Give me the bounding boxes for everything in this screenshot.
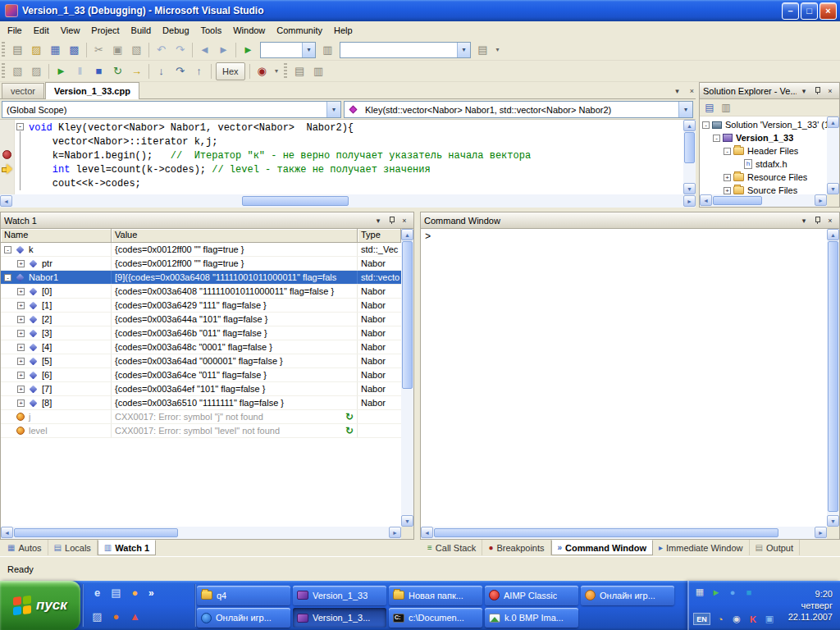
open-file-icon[interactable]: ▨ xyxy=(27,41,46,59)
quick-launch-ie-icon[interactable]: e xyxy=(90,586,104,600)
watch-row-7[interactable]: +[7]{codes=0x003a64ef "101" flag=false }… xyxy=(1,382,401,396)
scroll-up-icon[interactable]: ▲ xyxy=(827,116,839,128)
scroll-left-icon[interactable]: ◄ xyxy=(1,527,13,538)
dropdown-arrow-icon[interactable]: ▾ xyxy=(678,102,692,117)
expand-icon[interactable]: + xyxy=(17,399,25,407)
collapse-icon[interactable]: - xyxy=(4,246,11,253)
taskbar-button-item[interactable]: Онлайн игр... xyxy=(197,608,290,628)
show-all-files-icon[interactable]: ▥ xyxy=(718,100,734,116)
taskbar-clock[interactable]: 9:20 четверг 22.11.2007 xyxy=(776,581,840,630)
tree-item-resource-files[interactable]: +Resource Files xyxy=(700,171,827,184)
expand-icon[interactable]: + xyxy=(17,344,25,351)
watch-row-6[interactable]: +[6]{codes=0x003a64ce "011" flag=false }… xyxy=(1,368,401,382)
scroll-up-icon[interactable]: ▲ xyxy=(827,229,839,240)
se-vscroll[interactable]: ▲ ▼ xyxy=(827,116,839,194)
expand-icon[interactable]: + xyxy=(17,316,25,323)
navigate-forward-icon[interactable]: ► xyxy=(214,41,233,59)
close-button[interactable]: × xyxy=(819,2,837,20)
debug-windows-dropdown[interactable]: ▾ xyxy=(272,62,282,80)
code-line[interactable]: vector<Nabor>::iterator k,j; xyxy=(29,135,531,149)
scrollbar-thumb[interactable] xyxy=(684,132,695,163)
scroll-down-icon[interactable]: ▼ xyxy=(827,183,839,194)
expand-icon[interactable]: + xyxy=(17,330,25,337)
scroll-left-icon[interactable]: ◄ xyxy=(421,527,433,538)
tray-network-icon[interactable]: ■ xyxy=(742,586,756,599)
indicator-margin[interactable] xyxy=(0,120,15,194)
watch-column-type[interactable]: Type xyxy=(358,229,401,243)
cmd-hscroll[interactable]: ◄ ► xyxy=(421,527,827,539)
tree-item-header-files[interactable]: -Header Files xyxy=(700,144,827,158)
scroll-right-icon[interactable]: ► xyxy=(389,527,401,538)
breakpoints-window-icon[interactable]: ◉ xyxy=(253,62,272,80)
menu-help[interactable]: Help xyxy=(328,23,358,38)
scroll-down-icon[interactable]: ▼ xyxy=(683,183,696,194)
scroll-left-icon[interactable]: ◄ xyxy=(0,195,12,207)
scroll-right-icon[interactable]: ► xyxy=(815,527,827,538)
window-position-icon[interactable]: ▾ xyxy=(372,215,384,226)
close-panel-icon[interactable]: × xyxy=(824,85,836,97)
language-indicator[interactable]: EN xyxy=(693,613,710,625)
watch-row-1[interactable]: +[1]{codes=0x003a6429 "111" flag=false }… xyxy=(1,299,401,313)
immediate-window-icon[interactable]: ▥ xyxy=(309,62,328,80)
start-debug-icon[interactable]: ► xyxy=(239,41,258,59)
auto-hide-pin-icon[interactable] xyxy=(386,215,397,226)
refresh-icon[interactable]: ↻ xyxy=(345,411,354,422)
tree-item-version-1-33[interactable]: -Version_1_33 xyxy=(700,131,827,144)
scope-dropdown[interactable]: (Global Scope) ▾ xyxy=(2,101,341,118)
taskbar-button-item[interactable]: Онлайн игр... xyxy=(581,586,674,605)
title-bar[interactable]: Version_1_33 (Debugging) - Microsoft Vis… xyxy=(0,0,840,21)
fold-minus-icon[interactable]: - xyxy=(16,123,24,130)
panel-tab-autos[interactable]: ▦Autos xyxy=(2,540,48,555)
scroll-left-icon[interactable]: ◄ xyxy=(700,194,712,206)
auto-hide-pin-icon[interactable] xyxy=(811,85,823,97)
se-hscroll[interactable]: ◄ ► xyxy=(700,194,827,207)
code-line[interactable]: void Kley(vector<Nabor> Nabor1, vector<N… xyxy=(29,121,531,135)
dropdown-arrow-icon[interactable]: ▾ xyxy=(326,102,340,117)
start-button[interactable]: пуск xyxy=(0,581,80,630)
tray-messenger-icon[interactable]: ● xyxy=(726,586,739,599)
step-into-icon[interactable]: ↓ xyxy=(152,62,171,80)
taskbar-button-aimp-classic[interactable]: AIMP Classic xyxy=(485,586,578,605)
expand-icon[interactable]: + xyxy=(17,302,25,309)
code-editor[interactable]: - void Kley(vector<Nabor> Nabor1, vector… xyxy=(0,120,696,194)
close-panel-icon[interactable]: × xyxy=(824,215,836,226)
scrollbar-thumb[interactable] xyxy=(402,241,413,389)
menu-debug[interactable]: Debug xyxy=(157,23,194,38)
tree-collapse-icon[interactable]: - xyxy=(713,135,720,142)
tree-expand-icon[interactable]: + xyxy=(724,187,731,194)
expand-icon[interactable]: + xyxy=(17,386,25,393)
code-line[interactable]: k=Nabor1.begin(); // Итератор "к" - не в… xyxy=(29,149,531,163)
cut-icon[interactable]: ✂ xyxy=(89,41,108,59)
window-position-icon[interactable]: ▾ xyxy=(798,215,810,226)
step-over-icon[interactable]: ↷ xyxy=(171,62,189,80)
member-dropdown[interactable]: Kley(std::vector<Nabor> Nabor1, std::vec… xyxy=(344,101,693,118)
tray-player-icon[interactable]: ► xyxy=(710,586,723,599)
output-window-icon[interactable]: ▤ xyxy=(290,62,309,80)
menu-project[interactable]: Project xyxy=(85,23,125,38)
quick-launch-2-icon[interactable]: ● xyxy=(109,609,123,623)
solution-config-combo[interactable]: ▾ xyxy=(260,42,316,58)
tree-item-source-files[interactable]: +Source Files xyxy=(700,184,827,194)
dropdown-arrow-icon[interactable]: ▾ xyxy=(457,43,470,57)
scrollbar-thumb[interactable] xyxy=(434,528,778,537)
editor-hscroll[interactable]: ◄ ► xyxy=(0,194,696,208)
collapse-icon[interactable]: - xyxy=(4,274,11,281)
tree-collapse-icon[interactable]: - xyxy=(702,121,710,129)
watch-row-2[interactable]: +[2]{codes=0x003a644a "101" flag=false }… xyxy=(1,313,401,326)
active-files-dropdown-icon[interactable]: ▾ xyxy=(671,84,683,97)
menu-view[interactable]: View xyxy=(55,23,86,38)
scroll-up-icon[interactable]: ▲ xyxy=(401,229,413,240)
watch-row-j[interactable]: jCXX0017: Error: symbol "j" not found↻ xyxy=(1,410,401,424)
code-line[interactable]: int level=count(k->codes); // level - та… xyxy=(29,163,531,177)
watch-hscroll[interactable]: ◄ ► xyxy=(1,527,401,539)
menu-tools[interactable]: Tools xyxy=(195,23,228,38)
panel-tab-output[interactable]: ▤Output xyxy=(750,540,800,555)
quick-launch-player-icon[interactable]: ● xyxy=(128,586,142,600)
dropdown-arrow-icon[interactable]: ▾ xyxy=(302,43,315,57)
document-tab-vector[interactable]: vector xyxy=(2,83,44,98)
menu-edit[interactable]: Edit xyxy=(28,23,55,38)
cmd-vscroll[interactable]: ▲ ▼ xyxy=(827,229,839,527)
toolbar-grip[interactable] xyxy=(2,63,5,80)
taskbar-button-k-0-bmp-ima[interactable]: k.0 BMP Ima... xyxy=(485,608,578,628)
watch-row-ptr[interactable]: +ptr{codes=0x0012ff00 "" flag=true }Nabo… xyxy=(1,257,401,271)
